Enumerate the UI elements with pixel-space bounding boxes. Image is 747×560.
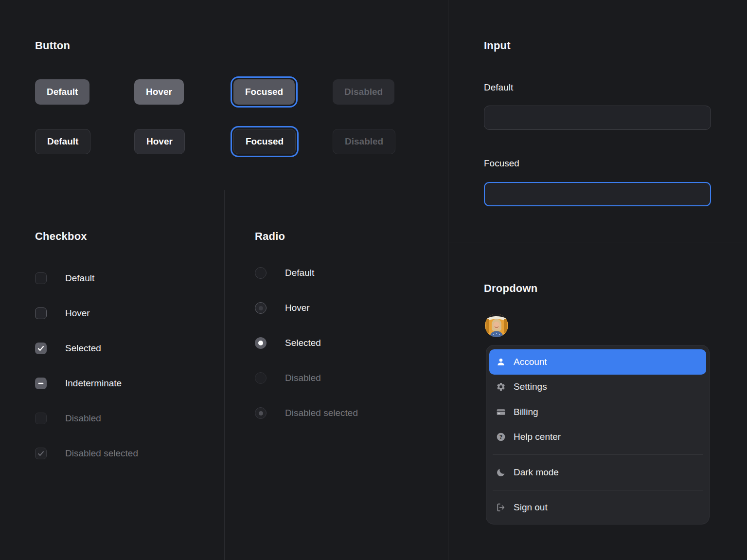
- checkbox-indeterminate[interactable]: [35, 378, 47, 389]
- radio-row-disabled-selected: Disabled selected: [255, 407, 358, 419]
- menu-item-billing[interactable]: Billing: [489, 399, 706, 425]
- radio-list: Default Hover Selected Disabled Disabled…: [255, 267, 358, 419]
- credit-card-icon: [496, 407, 506, 417]
- svg-text:?: ?: [499, 434, 503, 440]
- checkbox-default[interactable]: [35, 272, 47, 284]
- user-icon: [496, 357, 506, 367]
- button-primary-focused[interactable]: Focused: [233, 79, 295, 105]
- user-photo: [485, 314, 508, 337]
- radio-dot: [259, 411, 263, 415]
- radio-row-default: Default: [255, 267, 358, 279]
- menu-item-dark-mode[interactable]: Dark mode: [489, 460, 706, 485]
- menu-divider: [493, 490, 703, 490]
- menu-item-label: Dark mode: [514, 467, 559, 478]
- component-showcase: Button Default Hover Focused Disabled De…: [0, 0, 747, 560]
- dropdown-section-title: Dropdown: [484, 282, 537, 295]
- button-primary-hover[interactable]: Hover: [134, 79, 184, 105]
- checkbox-hover-label: Hover: [65, 307, 90, 319]
- button-grid: Default Hover Focused Disabled Default H…: [35, 79, 432, 154]
- menu-item-label: Account: [514, 357, 547, 367]
- menu-item-sign-out[interactable]: Sign out: [489, 495, 706, 521]
- checkbox-section-title: Checkbox: [35, 230, 87, 243]
- menu-item-label: Settings: [514, 381, 547, 392]
- radio-disabled-selected-label: Disabled selected: [285, 407, 358, 419]
- menu-item-label: Sign out: [514, 502, 548, 513]
- vertical-divider-bottom: [224, 190, 225, 560]
- checkbox-disabled-label: Disabled: [65, 413, 101, 424]
- input-default-field[interactable]: [484, 106, 711, 130]
- checkbox-disabled-selected-label: Disabled selected: [65, 448, 138, 459]
- checkbox-row-selected: Selected: [35, 343, 138, 354]
- radio-selected[interactable]: [255, 337, 267, 349]
- gear-icon: [496, 382, 506, 392]
- radio-default[interactable]: [255, 267, 267, 279]
- input-default-label: Default: [484, 82, 513, 93]
- menu-item-label: Billing: [514, 407, 538, 417]
- checkbox-row-disabled: Disabled: [35, 413, 138, 424]
- menu-divider: [493, 454, 703, 455]
- radio-hover[interactable]: [255, 302, 267, 314]
- button-secondary-hover[interactable]: Hover: [134, 129, 185, 154]
- menu-item-help-center[interactable]: ? Help center: [489, 425, 706, 450]
- radio-disabled: [255, 372, 267, 384]
- dropdown-menu: Account Settings Billing ? Help center D: [486, 345, 710, 524]
- help-circle-icon: ?: [496, 432, 506, 442]
- indeterminate-dash-icon: [37, 379, 45, 387]
- checkbox-row-indeterminate: Indeterminate: [35, 378, 138, 389]
- radio-hover-label: Hover: [285, 302, 310, 314]
- radio-row-selected: Selected: [255, 337, 358, 349]
- radio-dot: [259, 306, 263, 310]
- button-secondary-focused[interactable]: Focused: [233, 129, 296, 154]
- radio-dot: [258, 341, 263, 345]
- radio-disabled-label: Disabled: [285, 372, 321, 384]
- button-primary-default[interactable]: Default: [35, 79, 89, 105]
- vertical-divider-main: [448, 0, 448, 560]
- radio-selected-label: Selected: [285, 337, 321, 349]
- checkbox-disabled: [35, 413, 47, 424]
- check-icon: [37, 344, 45, 352]
- menu-item-label: Help center: [514, 432, 561, 442]
- user-avatar[interactable]: [485, 314, 508, 337]
- menu-item-account[interactable]: Account: [489, 349, 706, 375]
- checkbox-list: Default Hover Selected Indeterminate Dis…: [35, 272, 138, 459]
- button-primary-disabled: Disabled: [333, 79, 394, 105]
- checkbox-default-label: Default: [65, 272, 94, 284]
- horizontal-divider-right: [448, 242, 747, 242]
- radio-default-label: Default: [285, 267, 314, 279]
- sign-out-icon: [496, 503, 506, 512]
- menu-item-settings[interactable]: Settings: [489, 375, 706, 400]
- checkbox-indeterminate-label: Indeterminate: [65, 378, 122, 389]
- radio-section-title: Radio: [255, 230, 285, 243]
- checkbox-selected-label: Selected: [65, 343, 101, 354]
- checkbox-disabled-selected: [35, 448, 47, 459]
- checkbox-selected[interactable]: [35, 343, 47, 354]
- radio-row-hover: Hover: [255, 302, 358, 314]
- checkbox-row-hover: Hover: [35, 307, 138, 319]
- radio-row-disabled: Disabled: [255, 372, 358, 384]
- moon-icon: [496, 468, 506, 477]
- input-section-title: Input: [484, 39, 511, 52]
- button-section-title: Button: [35, 39, 70, 52]
- button-secondary-default[interactable]: Default: [35, 129, 90, 154]
- checkbox-row-disabled-selected: Disabled selected: [35, 448, 138, 459]
- checkbox-hover[interactable]: [35, 307, 47, 319]
- check-icon: [37, 450, 45, 457]
- button-secondary-disabled: Disabled: [333, 129, 395, 154]
- checkbox-row-default: Default: [35, 272, 138, 284]
- input-focused-label: Focused: [484, 158, 519, 169]
- input-focused-field[interactable]: [484, 182, 711, 206]
- radio-disabled-selected: [255, 407, 267, 419]
